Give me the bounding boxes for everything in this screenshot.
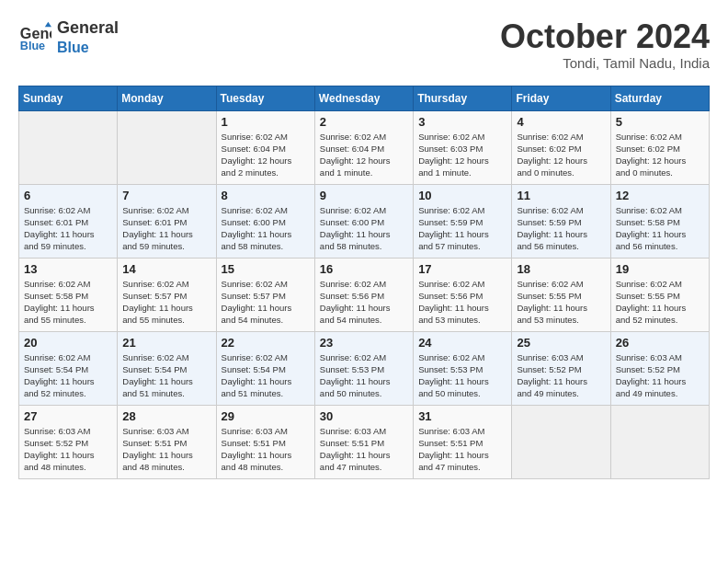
day-number: 10 [418, 189, 506, 202]
calendar-cell: 17Sunrise: 6:02 AM Sunset: 5:56 PM Dayli… [414, 258, 512, 331]
calendar-cell: 20Sunrise: 6:02 AM Sunset: 5:54 PM Dayli… [19, 331, 118, 405]
calendar-cell: 25Sunrise: 6:03 AM Sunset: 5:52 PM Dayli… [512, 331, 610, 405]
day-info: Sunrise: 6:02 AM Sunset: 5:56 PM Dayligh… [418, 278, 506, 327]
day-number: 29 [222, 409, 310, 423]
day-header-friday: Friday [512, 86, 610, 110]
calendar-cell: 27Sunrise: 6:03 AM Sunset: 5:52 PM Dayli… [19, 405, 118, 478]
calendar-cell: 26Sunrise: 6:03 AM Sunset: 5:52 PM Dayli… [610, 331, 709, 405]
day-info: Sunrise: 6:02 AM Sunset: 6:02 PM Dayligh… [616, 131, 704, 179]
calendar-cell: 29Sunrise: 6:03 AM Sunset: 5:51 PM Dayli… [216, 405, 314, 478]
day-number: 6 [24, 189, 112, 202]
calendar-cell: 13Sunrise: 6:02 AM Sunset: 5:58 PM Dayli… [19, 258, 118, 331]
day-number: 28 [122, 409, 210, 423]
day-number: 4 [517, 115, 605, 129]
day-info: Sunrise: 6:02 AM Sunset: 5:59 PM Dayligh… [517, 204, 605, 253]
calendar-cell [512, 405, 610, 478]
calendar-cell: 23Sunrise: 6:02 AM Sunset: 5:53 PM Dayli… [314, 331, 413, 405]
logo-general: General [57, 18, 119, 39]
day-number: 12 [616, 189, 704, 202]
day-number: 7 [122, 189, 210, 202]
calendar-cell: 2Sunrise: 6:02 AM Sunset: 6:04 PM Daylig… [314, 110, 413, 184]
calendar-cell: 12Sunrise: 6:02 AM Sunset: 5:58 PM Dayli… [610, 184, 709, 258]
calendar-cell [118, 110, 216, 184]
day-header-thursday: Thursday [414, 86, 512, 110]
day-info: Sunrise: 6:03 AM Sunset: 5:52 PM Dayligh… [517, 351, 605, 400]
day-header-tuesday: Tuesday [216, 86, 314, 110]
day-info: Sunrise: 6:02 AM Sunset: 6:02 PM Dayligh… [517, 131, 605, 179]
calendar-week-row: 27Sunrise: 6:03 AM Sunset: 5:52 PM Dayli… [19, 405, 710, 478]
calendar-week-row: 1Sunrise: 6:02 AM Sunset: 6:04 PM Daylig… [19, 110, 710, 184]
day-number: 17 [418, 262, 506, 276]
calendar-cell: 31Sunrise: 6:03 AM Sunset: 5:51 PM Dayli… [414, 405, 512, 478]
logo: General Blue General Blue [18, 18, 119, 56]
day-info: Sunrise: 6:02 AM Sunset: 5:58 PM Dayligh… [24, 278, 112, 327]
day-info: Sunrise: 6:02 AM Sunset: 5:57 PM Dayligh… [122, 278, 210, 327]
day-number: 11 [517, 189, 605, 202]
day-info: Sunrise: 6:03 AM Sunset: 5:52 PM Dayligh… [616, 351, 704, 400]
calendar-cell: 28Sunrise: 6:03 AM Sunset: 5:51 PM Dayli… [118, 405, 216, 478]
day-info: Sunrise: 6:02 AM Sunset: 6:04 PM Dayligh… [222, 131, 310, 179]
day-number: 8 [222, 189, 310, 202]
day-info: Sunrise: 6:03 AM Sunset: 5:51 PM Dayligh… [320, 425, 408, 474]
calendar-table: SundayMondayTuesdayWednesdayThursdayFrid… [18, 86, 710, 479]
calendar-cell: 15Sunrise: 6:02 AM Sunset: 5:57 PM Dayli… [216, 258, 314, 331]
svg-text:Blue: Blue [20, 40, 45, 53]
calendar-cell: 19Sunrise: 6:02 AM Sunset: 5:55 PM Dayli… [610, 258, 709, 331]
calendar-cell: 14Sunrise: 6:02 AM Sunset: 5:57 PM Dayli… [118, 258, 216, 331]
day-number: 14 [122, 262, 210, 276]
day-header-sunday: Sunday [19, 86, 118, 110]
day-number: 24 [418, 336, 506, 350]
day-number: 27 [24, 409, 112, 423]
day-info: Sunrise: 6:02 AM Sunset: 5:54 PM Dayligh… [122, 351, 210, 400]
day-info: Sunrise: 6:03 AM Sunset: 5:52 PM Dayligh… [24, 425, 112, 474]
day-number: 25 [517, 336, 605, 350]
day-number: 5 [616, 115, 704, 129]
logo-icon: General Blue [18, 20, 51, 53]
calendar-cell: 22Sunrise: 6:02 AM Sunset: 5:54 PM Dayli… [216, 331, 314, 405]
calendar-cell [19, 110, 118, 184]
day-info: Sunrise: 6:02 AM Sunset: 6:00 PM Dayligh… [222, 204, 310, 253]
day-info: Sunrise: 6:02 AM Sunset: 6:03 PM Dayligh… [418, 131, 506, 179]
day-info: Sunrise: 6:02 AM Sunset: 6:01 PM Dayligh… [24, 204, 112, 253]
day-number: 21 [122, 336, 210, 350]
title-block: October 2024 Tondi, Tamil Nadu, India [500, 18, 710, 71]
calendar-cell: 18Sunrise: 6:02 AM Sunset: 5:55 PM Dayli… [512, 258, 610, 331]
day-header-monday: Monday [118, 86, 216, 110]
day-info: Sunrise: 6:02 AM Sunset: 5:58 PM Dayligh… [616, 204, 704, 253]
day-number: 2 [320, 115, 408, 129]
calendar-cell: 5Sunrise: 6:02 AM Sunset: 6:02 PM Daylig… [610, 110, 709, 184]
page-header: General Blue General Blue October 2024 T… [18, 18, 710, 71]
day-number: 13 [24, 262, 112, 276]
calendar-cell: 7Sunrise: 6:02 AM Sunset: 6:01 PM Daylig… [118, 184, 216, 258]
month-title: October 2024 [500, 18, 710, 55]
day-info: Sunrise: 6:02 AM Sunset: 5:53 PM Dayligh… [320, 351, 408, 400]
day-info: Sunrise: 6:02 AM Sunset: 5:55 PM Dayligh… [517, 278, 605, 327]
calendar-header-row: SundayMondayTuesdayWednesdayThursdayFrid… [19, 86, 710, 110]
day-number: 26 [616, 336, 704, 350]
calendar-cell: 8Sunrise: 6:02 AM Sunset: 6:00 PM Daylig… [216, 184, 314, 258]
day-number: 3 [418, 115, 506, 129]
day-info: Sunrise: 6:02 AM Sunset: 5:54 PM Dayligh… [24, 351, 112, 400]
calendar-cell: 16Sunrise: 6:02 AM Sunset: 5:56 PM Dayli… [314, 258, 413, 331]
calendar-cell: 10Sunrise: 6:02 AM Sunset: 5:59 PM Dayli… [414, 184, 512, 258]
day-header-saturday: Saturday [610, 86, 709, 110]
calendar-cell [610, 405, 709, 478]
calendar-cell: 4Sunrise: 6:02 AM Sunset: 6:02 PM Daylig… [512, 110, 610, 184]
calendar-cell: 3Sunrise: 6:02 AM Sunset: 6:03 PM Daylig… [414, 110, 512, 184]
calendar-cell: 9Sunrise: 6:02 AM Sunset: 6:00 PM Daylig… [314, 184, 413, 258]
logo-blue: Blue [57, 39, 119, 56]
day-info: Sunrise: 6:03 AM Sunset: 5:51 PM Dayligh… [222, 425, 310, 474]
day-number: 30 [320, 409, 408, 423]
day-number: 20 [24, 336, 112, 350]
day-number: 23 [320, 336, 408, 350]
day-info: Sunrise: 6:02 AM Sunset: 5:55 PM Dayligh… [616, 278, 704, 327]
calendar-cell: 30Sunrise: 6:03 AM Sunset: 5:51 PM Dayli… [314, 405, 413, 478]
day-info: Sunrise: 6:03 AM Sunset: 5:51 PM Dayligh… [122, 425, 210, 474]
day-info: Sunrise: 6:02 AM Sunset: 5:56 PM Dayligh… [320, 278, 408, 327]
day-info: Sunrise: 6:02 AM Sunset: 6:00 PM Dayligh… [320, 204, 408, 253]
day-info: Sunrise: 6:02 AM Sunset: 5:57 PM Dayligh… [222, 278, 310, 327]
day-number: 31 [418, 409, 506, 423]
calendar-cell: 1Sunrise: 6:02 AM Sunset: 6:04 PM Daylig… [216, 110, 314, 184]
calendar-cell: 11Sunrise: 6:02 AM Sunset: 5:59 PM Dayli… [512, 184, 610, 258]
calendar-week-row: 6Sunrise: 6:02 AM Sunset: 6:01 PM Daylig… [19, 184, 710, 258]
